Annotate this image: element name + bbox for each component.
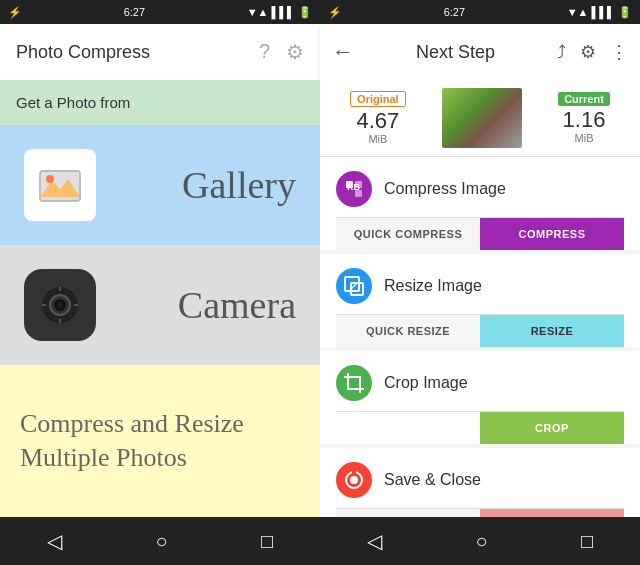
crop-icon xyxy=(336,365,372,401)
home-nav-right[interactable]: ○ xyxy=(459,522,503,561)
crop-title-row: Crop Image xyxy=(336,365,624,401)
photo-thumbnail xyxy=(442,88,522,148)
more-icon[interactable]: ⋮ xyxy=(610,41,628,63)
compress-section: KB Compress Image QUICK COMPRESS COMPRES… xyxy=(320,157,640,250)
bottom-nav-right: ◁ ○ □ xyxy=(320,517,640,565)
next-step-title: Next Step xyxy=(416,42,495,63)
right-header-icons: ⤴ ⚙ ⋮ xyxy=(557,41,628,63)
svg-point-3 xyxy=(46,175,54,183)
current-size: 1.16 xyxy=(563,108,606,132)
resize-icon xyxy=(336,268,372,304)
status-bar-right: ⚡ 6:27 ▼▲ ▌▌▌ 🔋 xyxy=(320,0,640,24)
svg-rect-14 xyxy=(355,181,362,188)
original-size: 4.67 xyxy=(356,109,399,133)
home-nav-left[interactable]: ○ xyxy=(139,522,183,561)
actions-scroll: KB Compress Image QUICK COMPRESS COMPRES… xyxy=(320,157,640,517)
recent-nav-right[interactable]: □ xyxy=(565,522,609,561)
left-panel: ⚡ 6:27 ▼▲ ▌▌▌ 🔋 Photo Compress ? ⚙ Get a… xyxy=(0,0,320,565)
exit-button[interactable]: EXIT xyxy=(480,509,624,517)
crop-section: Crop Image CROP xyxy=(320,351,640,444)
svg-rect-17 xyxy=(351,283,363,295)
camera-label: Camera xyxy=(178,283,296,327)
help-icon[interactable]: ? xyxy=(259,40,270,64)
save-title-row: Save & Close xyxy=(336,462,624,498)
settings-icon-left[interactable]: ⚙ xyxy=(286,40,304,64)
right-panel: ⚡ 6:27 ▼▲ ▌▌▌ 🔋 ← Next Step ⤴ ⚙ ⋮ Origin… xyxy=(320,0,640,565)
svg-point-7 xyxy=(57,302,63,308)
compress-title-row: KB Compress Image xyxy=(336,171,624,207)
back-nav-left[interactable]: ◁ xyxy=(31,521,78,561)
image-preview-bar: Original 4.67 MiB Current 1.16 MiB xyxy=(320,80,640,157)
status-right-icons-right: ▼▲ ▌▌▌ 🔋 xyxy=(567,6,632,19)
svg-rect-15 xyxy=(355,190,362,197)
quick-resize-button[interactable]: QUICK RESIZE xyxy=(336,315,480,347)
multi-section[interactable]: Compress and Resize Multiple Photos xyxy=(0,365,320,517)
camera-section[interactable]: Camera xyxy=(0,245,320,365)
resize-title-row: Resize Image xyxy=(336,268,624,304)
crop-title: Crop Image xyxy=(384,374,468,392)
quick-compress-button[interactable]: QUICK COMPRESS xyxy=(336,218,480,250)
original-unit: MiB xyxy=(368,133,387,145)
compress-icon: KB xyxy=(336,171,372,207)
get-photo-banner: Get a Photo from xyxy=(0,80,320,125)
original-block: Original 4.67 MiB xyxy=(350,91,406,145)
save-section: Save & Close REPLACE & EXIT EXIT xyxy=(320,448,640,517)
status-time-right: 6:27 xyxy=(444,6,465,18)
replace-exit-button[interactable]: REPLACE & EXIT xyxy=(336,509,480,517)
app-header-right: ← Next Step ⤴ ⚙ ⋮ xyxy=(320,24,640,80)
compress-buttons: QUICK COMPRESS COMPRESS xyxy=(336,217,624,250)
gallery-icon xyxy=(24,149,96,221)
resize-button[interactable]: RESIZE xyxy=(480,315,624,347)
back-button[interactable]: ← xyxy=(332,39,354,65)
crop-buttons: CROP xyxy=(336,411,624,444)
status-bar-left: ⚡ 6:27 ▼▲ ▌▌▌ 🔋 xyxy=(0,0,320,24)
original-label: Original xyxy=(350,91,406,107)
resize-buttons: QUICK RESIZE RESIZE xyxy=(336,314,624,347)
save-icon xyxy=(336,462,372,498)
compress-button[interactable]: COMPRESS xyxy=(480,218,624,250)
compress-title: Compress Image xyxy=(384,180,506,198)
camera-icon xyxy=(24,269,96,341)
bottom-nav-left: ◁ ○ □ xyxy=(0,517,320,565)
status-right-icons-left: ▼▲ ▌▌▌ 🔋 xyxy=(247,6,312,19)
multi-label: Compress and Resize Multiple Photos xyxy=(20,407,300,475)
svg-rect-21 xyxy=(352,471,356,475)
save-buttons: REPLACE & EXIT EXIT xyxy=(336,508,624,517)
app-title: Photo Compress xyxy=(16,42,150,63)
gallery-section[interactable]: Gallery xyxy=(0,125,320,245)
crop-button[interactable]: CROP xyxy=(480,412,624,444)
status-time-left: 6:27 xyxy=(124,6,145,18)
back-nav-right[interactable]: ◁ xyxy=(351,521,398,561)
current-block: Current 1.16 MiB xyxy=(558,92,610,144)
share-icon[interactable]: ⤴ xyxy=(557,42,566,63)
gallery-label: Gallery xyxy=(182,163,296,207)
status-left-icons: ⚡ xyxy=(8,6,22,19)
resize-title: Resize Image xyxy=(384,277,482,295)
header-icons-left: ? ⚙ xyxy=(259,40,304,64)
settings-icon-right[interactable]: ⚙ xyxy=(580,41,596,63)
app-header-left: Photo Compress ? ⚙ xyxy=(0,24,320,80)
svg-point-20 xyxy=(350,476,358,484)
resize-section: Resize Image QUICK RESIZE RESIZE xyxy=(320,254,640,347)
save-title: Save & Close xyxy=(384,471,481,489)
current-label: Current xyxy=(558,92,610,106)
current-unit: MiB xyxy=(575,132,594,144)
recent-nav-left[interactable]: □ xyxy=(245,522,289,561)
status-left-icons-right: ⚡ xyxy=(328,6,342,19)
